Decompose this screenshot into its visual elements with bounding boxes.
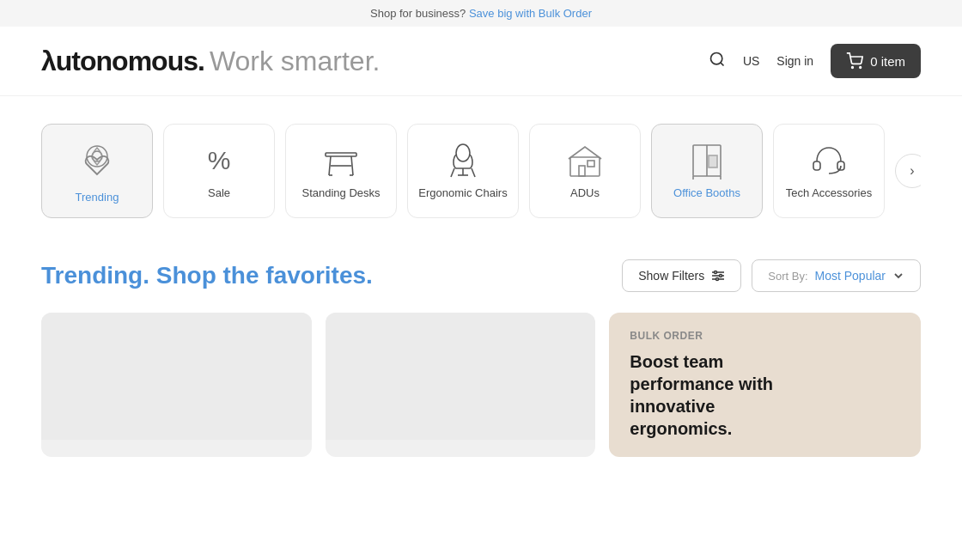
sort-label: Sort By: [768,270,807,283]
svg-rect-23 [813,161,820,170]
trending-title: Trending. Shop the favorites. [41,262,373,289]
category-label-sale: Sale [208,186,230,199]
chevron-down-icon [892,270,904,282]
categories-next-button[interactable]: › [895,154,921,188]
bulk-order-card[interactable]: Bulk Order Boost team performance with i… [609,313,921,457]
chevron-right-icon: › [910,163,914,179]
logo-brand: λutonomous. [41,46,204,77]
categories-section: Trending % Sale Standing Desks [0,96,962,232]
trending-heart-icon [84,148,110,182]
show-filters-button[interactable]: Show Filters [622,259,741,292]
category-label-tech-accessories: Tech Accessories [786,186,872,199]
sort-button[interactable]: Sort By: Most Popular [752,259,921,292]
cart-label: 0 item [870,54,905,69]
logo[interactable]: λutonomous. Work smarter. [41,46,380,77]
svg-line-6 [351,156,353,175]
header: λutonomous. Work smarter. US Sign in 0 i… [0,27,962,96]
search-icon[interactable] [709,51,726,72]
category-item-standing-desks[interactable]: Standing Desks [285,124,397,218]
category-item-trending[interactable]: Trending [41,124,153,218]
svg-point-2 [852,67,854,69]
trending-subtitle: Shop the favorites. [156,262,373,289]
category-item-ergonomic-chairs[interactable]: Ergonomic Chairs [407,124,519,218]
filter-label: Show Filters [638,269,704,283]
standing-desk-icon [322,143,360,178]
logo-lambda: λ [41,46,56,76]
category-label-trending: Trending [76,191,119,204]
bulk-order-link[interactable]: Save big with Bulk Order [469,7,592,20]
signin-link[interactable]: Sign in [776,54,813,68]
categories-row: Trending % Sale Standing Desks [41,124,921,218]
category-label-office-booths: Office Booths [673,186,740,199]
svg-rect-20 [709,155,717,167]
product-image-2 [326,313,596,440]
product-image-1 [41,313,312,440]
category-label-standing-desks: Standing Desks [301,186,380,199]
category-label-ergonomic-chairs: Ergonomic Chairs [418,186,507,199]
bulk-order-title: Boost team performance with innovative e… [630,350,819,440]
banner-text: Shop for business? [370,7,466,20]
product-card-1[interactable] [41,313,312,457]
svg-rect-4 [326,153,356,156]
filter-icon [711,269,725,283]
adu-icon [567,143,603,178]
svg-line-1 [721,62,724,65]
office-booth-icon [690,143,724,178]
category-item-sale[interactable]: % Sale [163,124,275,218]
sort-value: Most Popular [815,269,886,283]
category-item-adus[interactable]: ADUs [529,124,641,218]
svg-point-3 [860,67,862,69]
category-label-adus: ADUs [570,186,600,199]
locale-selector[interactable]: US [743,54,759,68]
ergonomic-chair-icon [446,143,480,178]
svg-point-10 [456,144,470,161]
header-right: US Sign in 0 item [709,44,921,78]
category-item-tech-accessories[interactable]: Tech Accessories [773,124,885,218]
svg-rect-17 [588,161,594,167]
logo-tagline: Work smarter. [210,46,381,77]
tech-accessories-icon [810,143,848,178]
product-card-2[interactable] [326,313,596,457]
svg-point-28 [715,271,717,274]
svg-point-0 [710,52,722,64]
top-banner: Shop for business? Save big with Bulk Or… [0,0,962,27]
svg-line-14 [472,168,475,177]
cart-button[interactable]: 0 item [831,44,921,78]
trending-title-main: Trending. [41,262,149,289]
trending-header: Trending. Shop the favorites. Show Filte… [41,259,921,292]
svg-point-30 [716,278,719,281]
bulk-order-tag: Bulk Order [630,330,900,342]
svg-line-5 [329,156,331,175]
category-item-office-booths[interactable]: Office Booths [651,124,763,218]
trending-section: Trending. Shop the favorites. Show Filte… [0,232,962,457]
svg-rect-16 [579,166,585,176]
trending-controls: Show Filters Sort By: Most Popular [622,259,921,292]
svg-point-29 [720,275,722,277]
products-grid: Bulk Order Boost team performance with i… [41,313,921,457]
svg-line-13 [451,168,454,177]
sale-icon: % [208,143,231,178]
